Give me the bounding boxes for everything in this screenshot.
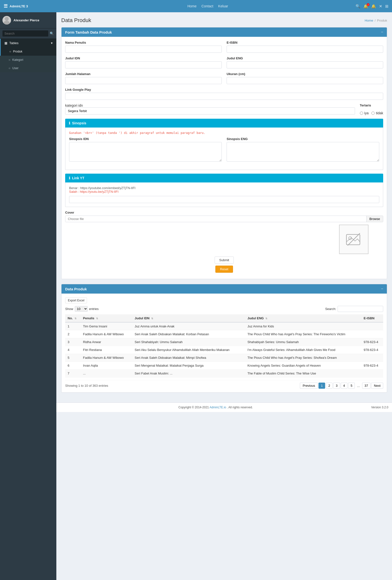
entries-label: entries (89, 307, 99, 311)
nama-penulis-input[interactable] (65, 46, 222, 53)
cell-judul-idn: Seri Fabel Anak Muslim: ... (132, 370, 245, 377)
cell-judul-eng: Knowing Angels Series: Guardian Angels o… (245, 362, 361, 370)
data-collapse-button[interactable]: − (381, 287, 383, 291)
terlaris-tidak-label: tidak (376, 111, 383, 115)
user-link[interactable]: ○ User (0, 64, 56, 72)
col-judul-eng-label: Judul ENG (247, 316, 264, 320)
table-search-input[interactable] (338, 306, 383, 312)
data-box-title: Data Produk (65, 287, 87, 291)
submit-button[interactable]: Submit (215, 257, 234, 264)
link-yt-wrong: Salah : https://youtu.be/yZTjTN-lIFI (69, 190, 379, 193)
judul-eng-group: Judul ENG (227, 56, 383, 68)
terlaris-iya-radio[interactable] (360, 112, 363, 115)
bell-red-icon[interactable]: 🔔2 (363, 4, 368, 8)
nav-keluar[interactable]: Keluar (218, 4, 228, 8)
page-2-button[interactable]: 2 (326, 383, 332, 389)
col-e-isbn-label: E-ISBN (364, 316, 374, 320)
sidebar-search-button[interactable]: 🔍 (50, 32, 54, 35)
next-button[interactable]: Next (371, 383, 383, 389)
browse-button[interactable]: Browse (366, 216, 383, 222)
export-excel-button[interactable]: Export Excel (65, 297, 87, 303)
page-3-button[interactable]: 3 (333, 383, 340, 389)
page-37-button[interactable]: 37 (362, 383, 371, 389)
breadcrumb-current: Produk (377, 19, 387, 22)
footer-link[interactable]: AdminLTE.io (209, 406, 226, 409)
sidebar-item-produk[interactable]: ○ Produk (0, 47, 56, 56)
content-header: Data Produk Home / Produk (61, 17, 387, 23)
form-box-header: Form Tambah Data Produk − (62, 27, 387, 37)
content-wrapper: Data Produk Home / Produk Form Tambah Da… (56, 12, 392, 403)
sidebar-item-tables[interactable]: ▦ Tables ▾ ○ Produk ○ Kategori (0, 39, 56, 72)
judul-eng-input[interactable] (227, 61, 383, 68)
entries-select[interactable]: 10 25 50 100 (75, 306, 88, 312)
close-icon[interactable]: ✕ (379, 4, 382, 8)
link-yt-title: Link YT (72, 176, 84, 180)
main-footer: Copyright © 2014-2021 AdminLTE.io . All … (56, 403, 392, 412)
produk-link[interactable]: ○ Produk (0, 47, 56, 56)
link-google-play-input[interactable] (65, 93, 383, 100)
sinopsis-eng-textarea[interactable] (227, 142, 379, 162)
kategori-link[interactable]: ○ Kategori (0, 56, 56, 64)
col-no[interactable]: No. ⇅ (65, 314, 81, 322)
sort-icon: ⇅ (96, 317, 98, 320)
form-box-tools: − (381, 30, 383, 34)
grid-icon[interactable]: ⊞ (385, 4, 388, 8)
image-preview-area (65, 225, 369, 254)
terlaris-group: Terlaris iya tidak (360, 104, 383, 115)
sinopsis-idn-group: Sinopsis IDN (69, 137, 222, 162)
sidebar-item-user[interactable]: ○ User (0, 64, 56, 72)
footer-rights: . All rights reserved. (227, 406, 253, 409)
table-icon: ▦ (4, 41, 7, 45)
hamburger-icon[interactable]: ☰ (4, 3, 7, 9)
cell-penulis: Irvan Aqila (81, 362, 132, 370)
terlaris-tidak-radio[interactable] (371, 112, 375, 115)
prev-button[interactable]: Previous (300, 383, 318, 389)
cell-e-isbn (361, 370, 383, 377)
kategori-idn-select[interactable]: Segera Terbit (65, 107, 355, 115)
judul-idn-input[interactable] (65, 61, 222, 68)
data-box-tools: − (381, 287, 383, 291)
col-judul-eng[interactable]: Judul ENG ⇅ (245, 314, 361, 322)
table-row: 6 Irvan Aqila Seri Mengenal Malaikat: Ma… (65, 362, 383, 370)
terlaris-tidak-option[interactable]: tidak (371, 111, 383, 115)
sinopsis-idn-textarea[interactable] (69, 142, 222, 162)
chevron-icon: ▾ (51, 41, 53, 45)
avatar (2, 16, 11, 24)
page-1-button[interactable]: 1 (318, 383, 325, 389)
col-judul-idn[interactable]: Judul IDN ⇅ (132, 314, 245, 322)
data-box: Data Produk − Export Excel Show 10 25 50… (61, 284, 387, 393)
cell-e-isbn: 978-623-4 (361, 338, 383, 346)
sinopsis-idn-label: Sinopsis IDN (69, 137, 222, 141)
form-collapse-button[interactable]: − (381, 30, 383, 34)
cell-judul-idn: Seri Aku Selalu Bersyukur Alhamdulillah … (132, 346, 245, 354)
ukuran-group: Ukuran (cm) (227, 72, 383, 84)
terlaris-iya-option[interactable]: iya (360, 111, 369, 115)
sidebar-search: 🔍 (0, 28, 56, 39)
pagination-dots: ... (356, 383, 361, 389)
data-table: No. ⇅ Penulis ⇅ Judul IDN ⇅ Judul ENG (65, 314, 383, 377)
cell-judul-eng: I'm Always Grateful Series: Alhamdulilla… (245, 346, 361, 354)
show-label: Show (65, 307, 73, 311)
ukuran-input[interactable] (227, 77, 383, 84)
nav-home[interactable]: Home (188, 4, 196, 8)
sidebar-item-kategori[interactable]: ○ Kategori (0, 56, 56, 64)
cell-penulis: Fadila Hanum & AW Wibowo (81, 330, 132, 338)
main-header: ☰ AdminLTE 3 Home Contact Keluar 🔍 🔔2 🔔 … (0, 0, 392, 12)
terlaris-label: Terlaris (360, 104, 383, 107)
sidebar-search-input[interactable] (2, 30, 48, 36)
search-icon[interactable]: 🔍 (356, 4, 360, 8)
col-penulis[interactable]: Penulis ⇅ (81, 314, 132, 322)
sinopsis-section: ℹ Sinopsis Gunakan '<br>' (tanpa tanda '… (65, 119, 383, 170)
jumlah-halaman-input[interactable] (65, 77, 222, 84)
e-isbn-input[interactable] (227, 46, 383, 53)
bell-yellow-icon[interactable]: 🔔 (371, 4, 376, 8)
page-5-button[interactable]: 5 (348, 383, 355, 389)
page-4-button[interactable]: 4 (341, 383, 347, 389)
form-box-title: Form Tambah Data Produk (65, 30, 112, 34)
breadcrumb-home[interactable]: Home (365, 19, 373, 22)
tables-menu-link[interactable]: ▦ Tables ▾ (0, 39, 56, 47)
col-e-isbn[interactable]: E-ISBN (361, 314, 383, 322)
nav-contact[interactable]: Contact (201, 4, 213, 8)
link-yt-input[interactable] (69, 196, 379, 203)
reset-button[interactable]: Reset (215, 266, 233, 273)
